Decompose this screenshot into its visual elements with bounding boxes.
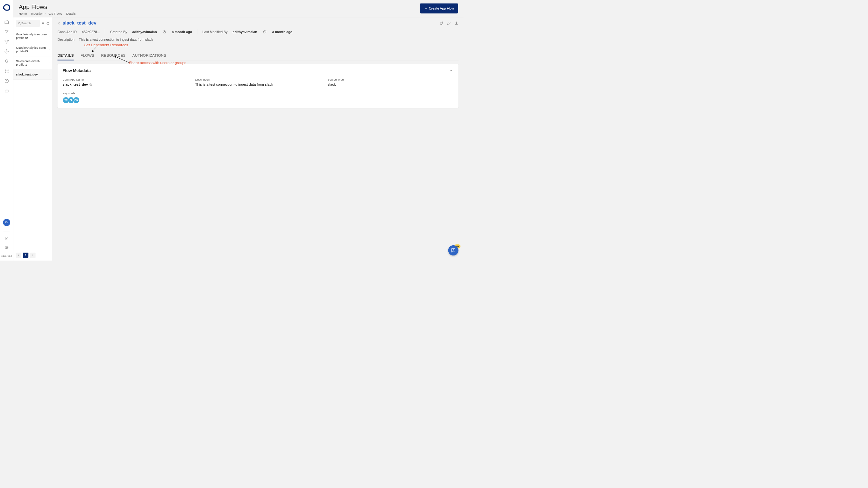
description-value: This is a test connection to ingest data… [79,38,153,42]
search-input[interactable] [21,22,38,25]
app-id-label: Conn App ID [57,30,77,34]
search-icon [18,22,21,25]
flow-metadata-card: Flow Metadata Conn App Name slack_test_d… [57,64,458,108]
plus-icon: ＋ [424,6,428,10]
chevron-right-icon: › [64,12,64,15]
breadcrumb-item: Details [66,12,75,15]
chevron-right-icon: › [45,12,46,15]
detail-panel: slack_test_dev Conn App ID 452e9278... C… [52,17,463,261]
page-number-button[interactable]: 1 [23,253,28,258]
pagination: ‹ 1 › [13,250,52,261]
list-item-label: GoogleAnalytics-conn-profile-t3 [16,46,49,53]
app-id-value: 452e9278... [82,30,100,34]
field-label: Keywords [63,92,454,95]
tab-flows[interactable]: FLOWS [81,52,94,61]
field-value-description: This is a test connection to ingest data… [195,83,321,87]
chevron-right-icon: › [49,48,49,51]
page-title: App Flows [19,3,420,10]
svg-rect-10 [5,90,8,92]
prev-page-button[interactable]: ‹ [16,253,21,258]
annotation-authorizations: Share access with users or groups [129,61,186,65]
list-item[interactable]: Salesforce-event-profile-1 › [13,56,52,70]
svg-point-2 [6,42,7,43]
create-button-label: Create App Flow [429,6,454,10]
clock-icon[interactable] [4,79,9,84]
collapse-icon[interactable] [449,68,454,72]
clock-icon [163,30,166,34]
svg-point-5 [5,70,5,70]
svg-point-3 [6,51,7,52]
graph-icon[interactable] [4,39,9,44]
chevron-right-icon: › [29,12,29,15]
field-label: Source Type [328,78,454,82]
filter-icon[interactable] [4,29,9,34]
edit-icon[interactable] [447,21,451,25]
svg-point-6 [8,70,8,70]
home-icon[interactable] [4,20,9,24]
list-item-label: GoogleAnalytics-conn-profile-t2 [16,32,49,39]
chevron-right-icon: › [49,35,49,38]
page-header: App Flows Home › Ingestion › App Flows ›… [13,0,464,17]
svg-line-15 [91,48,95,52]
filter-icon[interactable] [41,22,45,26]
list-item-label: slack_test_dev [16,73,38,77]
created-by-label: Created By [110,30,127,34]
breadcrumb-item[interactable]: Ingestion [31,12,43,15]
flow-icon[interactable] [4,69,9,73]
svg-point-7 [5,72,5,72]
created-by-value: adithyavimalan [132,30,157,34]
field-value-name: slack_test_dev [63,83,188,87]
modified-by-label: Last Modified By [203,30,228,34]
document-icon[interactable] [4,236,9,241]
modified-ago: a month ago [272,30,292,34]
list-item[interactable]: GoogleAnalytics-conn-profile-t3 › [13,43,52,56]
list-item[interactable]: slack_test_dev › [13,70,52,80]
download-icon[interactable] [454,21,459,25]
side-panel: GoogleAnalytics-conn-profile-t2 › Google… [13,17,53,261]
description-label: Description [57,38,74,42]
clock-icon [263,30,267,34]
svg-point-4 [5,60,8,62]
user-avatar[interactable]: AV [3,219,10,226]
settings-icon[interactable] [4,49,9,54]
svg-point-19 [453,251,454,251]
briefcase-icon[interactable] [4,89,9,93]
app-version: cdap - V2.0 [1,255,12,257]
copy-icon[interactable] [90,83,93,86]
svg-rect-18 [90,84,91,85]
svg-line-16 [114,56,129,63]
next-page-button[interactable]: › [30,253,36,258]
tab-authorizations[interactable]: AUTHORIZATIONS [132,52,166,61]
breadcrumb-item[interactable]: App Flows [48,12,62,15]
field-value-source-type: slack [328,83,454,87]
help-fab[interactable] [448,245,459,255]
svg-point-12 [19,22,20,24]
annotation-resources: Get Dependent Resources [84,43,128,48]
translate-icon[interactable] [4,246,9,250]
back-button[interactable] [57,21,61,25]
keyword-chips: TE SL PO [63,97,454,103]
keyword-chip[interactable]: PO [73,97,80,103]
breadcrumbs: Home › Ingestion › App Flows › Details [19,12,420,15]
list-item-label: Salesforce-event-profile-1 [16,59,49,66]
svg-rect-17 [90,84,92,86]
field-label: Description [195,78,321,82]
chevron-right-icon: › [49,61,49,64]
create-app-flow-button[interactable]: ＋ Create App Flow [420,3,458,14]
field-label: Conn App Name [63,78,188,82]
chevron-right-icon: › [49,73,49,76]
breadcrumb-item[interactable]: Home [19,12,27,15]
search-input-wrap[interactable] [16,20,40,27]
svg-point-8 [8,72,8,72]
tab-details[interactable]: DETAILS [57,52,73,61]
created-ago: a month ago [172,30,192,34]
detail-title: slack_test_dev [63,20,96,26]
app-logo [3,3,11,11]
refresh-icon[interactable] [46,22,50,25]
left-nav-rail: AV cdap - V2.0 [0,0,13,261]
modified-by-value: adithyavimalan [233,30,257,34]
card-title: Flow Metadata [63,68,91,73]
list-item[interactable]: GoogleAnalytics-conn-profile-t2 › [13,29,52,43]
predict-icon[interactable] [4,59,9,64]
refresh-icon[interactable] [439,21,443,25]
